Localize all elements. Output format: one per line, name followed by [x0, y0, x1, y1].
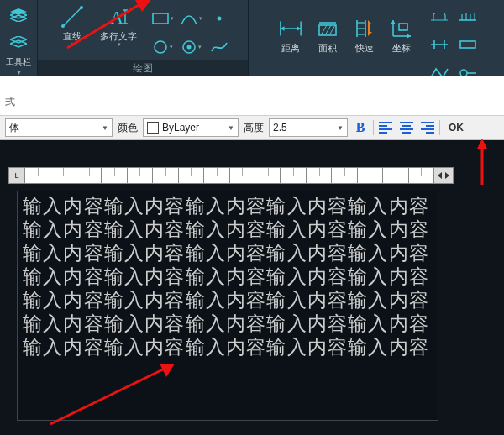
quick-button[interactable]: 快速 [347, 15, 382, 72]
area-icon [316, 17, 339, 40]
font-dropdown[interactable]: 体 ▼ [5, 118, 113, 137]
measure-mini-col-2 [453, 3, 480, 85]
ruler: L [8, 167, 454, 184]
svg-point-47 [460, 70, 467, 76]
color-dropdown[interactable]: ByLayer ▼ [143, 118, 239, 137]
svg-point-15 [186, 45, 191, 49]
dim-icon-4[interactable] [456, 4, 480, 28]
align-right-button[interactable] [419, 120, 434, 135]
line-button[interactable]: 直线 ▾ [55, 3, 90, 60]
svg-marker-50 [445, 172, 449, 179]
height-dropdown[interactable]: 2.5 ▼ [269, 118, 348, 137]
svg-marker-35 [407, 34, 411, 39]
color-label: 颜色 [118, 121, 138, 135]
text-format-toolbar: 体 ▼ 颜色 ByLayer ▼ 高度 2.5 ▼ B OK [0, 116, 504, 140]
svg-point-7 [80, 6, 83, 9]
layers-icon[interactable] [7, 3, 30, 27]
svg-marker-36 [391, 20, 396, 24]
chevron-down-icon: ▼ [102, 124, 108, 132]
align-left-button[interactable] [379, 120, 394, 135]
height-label: 高度 [244, 121, 264, 135]
svg-rect-37 [399, 24, 407, 30]
line-icon [60, 5, 84, 29]
donut-icon[interactable]: ▾ [179, 35, 202, 59]
svg-point-16 [218, 16, 222, 20]
dim-icon-2[interactable] [428, 33, 451, 56]
measure-mini-col-1 [424, 3, 451, 85]
svg-line-5 [63, 8, 81, 26]
svg-marker-3 [10, 36, 27, 43]
style-bar: 式 [0, 76, 504, 116]
ruler-left-button[interactable]: L [8, 167, 25, 184]
svg-marker-49 [438, 172, 442, 179]
quick-icon [353, 17, 376, 40]
distance-button[interactable]: 距离 [273, 15, 308, 72]
ruler-right-button[interactable] [433, 167, 454, 184]
spline-icon[interactable] [207, 35, 231, 59]
point-icon[interactable] [207, 7, 231, 30]
svg-rect-12 [153, 13, 168, 24]
style-hint: 式 [5, 95, 15, 109]
separator [373, 120, 374, 135]
text-icon: A [107, 5, 130, 29]
chevron-down-icon: ▼ [337, 124, 344, 132]
svg-marker-4 [10, 40, 27, 47]
ribbon-panel-draw: 直线 ▾ A 多行文字 ▾ ▾ ▾ ▾ ▾ [38, 0, 249, 76]
mtext-button[interactable]: A 多行文字 ▾ [92, 3, 145, 60]
svg-point-13 [155, 41, 166, 53]
dim-icon-1[interactable] [428, 4, 451, 28]
annotation-arrow [465, 139, 499, 189]
ribbon-panel-measure: 距离 面积 快速 坐标 [249, 0, 504, 76]
color-swatch [147, 122, 159, 134]
drawing-canvas[interactable]: L 输入内容输入内容输入内容输入内容输入内容输入内容输入内容输入内容输入内容输入… [0, 140, 504, 435]
svg-text:A: A [110, 7, 123, 28]
toolbox-caption: 工具栏 [6, 57, 31, 66]
area-button[interactable]: 面积 [310, 15, 345, 72]
ruler-scale[interactable] [25, 167, 433, 184]
rectangle-icon[interactable]: ▾ [150, 7, 174, 30]
ribbon-panel-toolbox: 工具栏 ▼ [0, 0, 38, 76]
panel-title-draw: 绘图 [38, 60, 248, 76]
dim-icon-5[interactable] [456, 33, 480, 56]
ok-button[interactable]: OK [445, 122, 467, 134]
bold-button[interactable]: B [353, 120, 368, 135]
distance-icon [279, 17, 302, 40]
separator [439, 120, 440, 135]
svg-marker-32 [368, 20, 372, 36]
chevron-down-icon: ▾ [71, 41, 75, 48]
draw-mini-col-3 [204, 5, 231, 59]
draw-mini-col-2: ▾ ▾ [176, 5, 202, 59]
chevron-down-icon[interactable]: ▼ [16, 70, 22, 76]
svg-point-6 [61, 24, 65, 28]
layers-icon-2[interactable] [7, 30, 30, 54]
mtext-editor[interactable]: 输入内容输入内容输入内容输入内容输入内容输入内容输入内容输入内容输入内容输入内容… [17, 191, 438, 421]
align-center-button[interactable] [399, 120, 414, 135]
coord-button[interactable]: 坐标 [384, 15, 419, 72]
chevron-down-icon: ▼ [228, 124, 234, 132]
circle-icon[interactable]: ▾ [150, 35, 174, 59]
arc-icon[interactable]: ▾ [179, 7, 202, 30]
svg-marker-53 [477, 139, 487, 149]
draw-mini-col-1: ▾ ▾ [147, 5, 174, 59]
chevron-down-icon: ▾ [118, 41, 121, 48]
coord-icon [390, 17, 413, 40]
svg-rect-46 [460, 41, 475, 48]
ribbon: 工具栏 ▼ 直线 ▾ A 多行文字 ▾ ▾ ▾ [0, 0, 504, 76]
